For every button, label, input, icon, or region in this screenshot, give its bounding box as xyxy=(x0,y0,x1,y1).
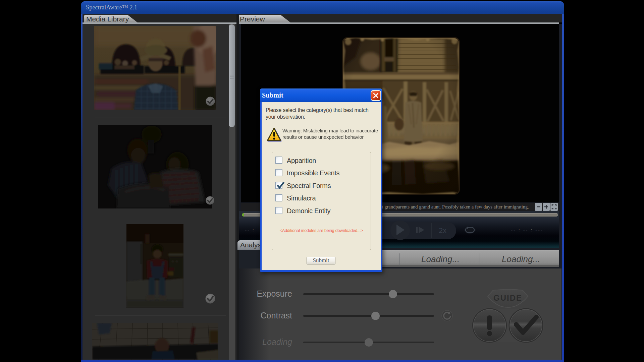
svg-text:GUIDE: GUIDE xyxy=(493,293,522,302)
